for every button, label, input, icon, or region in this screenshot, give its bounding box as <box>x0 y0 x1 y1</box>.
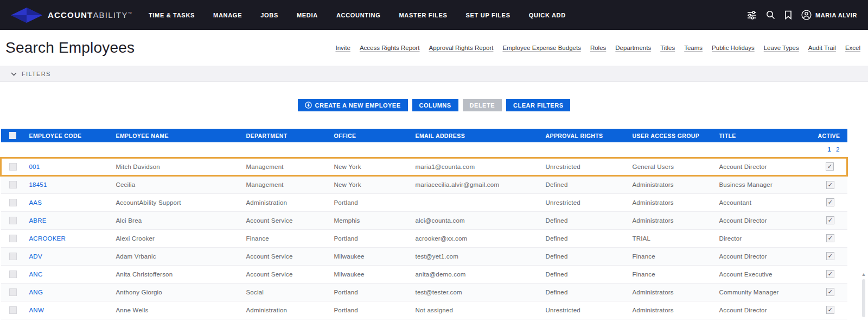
active-checkbox[interactable]: ✓ <box>826 252 834 260</box>
table-row[interactable]: ANC Anita Christofferson Account Service… <box>1 265 847 283</box>
nav-item-master-files[interactable]: MASTER FILES <box>399 12 447 18</box>
sliders-icon[interactable] <box>747 11 757 20</box>
approval-rights-cell: Defined <box>541 247 628 265</box>
quick-link-invite[interactable]: Invite <box>335 45 350 51</box>
row-checkbox[interactable] <box>9 306 17 314</box>
quick-link-titles[interactable]: Titles <box>660 45 675 51</box>
active-checkbox[interactable]: ✓ <box>826 198 834 206</box>
table-row[interactable]: ANG Anthony Giorgio Social Portland test… <box>1 283 847 301</box>
nav-item-set-up-files[interactable]: SET UP FILES <box>466 12 510 18</box>
create-employee-button[interactable]: CREATE A NEW EMPLOYEE <box>298 99 408 111</box>
employee-table: EMPLOYEE CODEEMPLOYEE NAMEDEPARTMENTOFFI… <box>0 129 868 319</box>
column-header-title[interactable]: TITLE <box>715 129 814 142</box>
quick-link-public-holidays[interactable]: Public Holidays <box>712 45 755 51</box>
scroll-up-arrow-icon[interactable]: ▲ <box>861 271 866 278</box>
employee-code-link[interactable]: 001 <box>29 163 40 170</box>
quick-link-teams[interactable]: Teams <box>684 45 703 51</box>
employee-code-link[interactable]: ABRE <box>29 217 47 224</box>
row-checkbox[interactable] <box>9 181 17 188</box>
nav-item-quick-add[interactable]: QUICK ADD <box>529 12 566 18</box>
department-cell: Account Service <box>242 265 330 283</box>
quick-link-leave-types[interactable]: Leave Types <box>764 45 799 51</box>
nav-right-controls: MARIA ALVIR <box>747 10 857 20</box>
pagination-page-1[interactable]: 1 <box>827 146 831 153</box>
quick-link-approval-rights-report[interactable]: Approval Rights Report <box>429 45 494 51</box>
filters-toggle[interactable]: FILTERS <box>0 66 868 82</box>
active-checkbox[interactable]: ✓ <box>826 234 834 242</box>
column-header-employee-code[interactable]: EMPLOYEE CODE <box>25 129 112 142</box>
table-row[interactable]: ACROOKER Alexi Crooker Finance Portland … <box>1 229 847 247</box>
columns-button[interactable]: COLUMNS <box>412 99 458 111</box>
quick-link-employee-expense-budgets[interactable]: Employee Expense Budgets <box>502 45 580 51</box>
active-checkbox[interactable]: ✓ <box>826 288 834 296</box>
employee-code-link[interactable]: AAS <box>29 199 42 206</box>
user-access-group-cell: Administrators <box>628 211 715 229</box>
row-checkbox[interactable] <box>9 288 17 296</box>
column-header-department[interactable]: DEPARTMENT <box>242 129 330 142</box>
table-row[interactable]: AAS AccountAbility Support Administratio… <box>1 193 847 211</box>
quick-link-access-rights-report[interactable]: Access Rights Report <box>360 45 420 51</box>
select-all-checkbox[interactable] <box>9 132 16 139</box>
employee-code-link[interactable]: ANW <box>29 307 44 313</box>
row-checkbox[interactable] <box>9 253 17 260</box>
column-header-email-address[interactable]: EMAIL ADDRESS <box>411 129 541 142</box>
delete-button[interactable]: DELETE <box>463 99 502 111</box>
department-cell: Account Service <box>242 247 330 265</box>
employee-code-link[interactable]: ADV <box>29 253 42 260</box>
active-checkbox[interactable]: ✓ <box>826 162 834 171</box>
row-checkbox[interactable] <box>9 217 17 224</box>
nav-item-time-tasks[interactable]: TIME & TASKS <box>149 12 195 18</box>
user-access-group-cell: Administrators <box>628 193 715 211</box>
nav-item-manage[interactable]: MANAGE <box>213 12 242 18</box>
employee-code-link[interactable]: ANG <box>29 289 43 295</box>
employee-code-link[interactable]: ANC <box>29 271 43 278</box>
quick-link-departments[interactable]: Departments <box>615 45 651 51</box>
employee-table-body: 001 Mitch Davidson Management New York m… <box>1 158 847 319</box>
table-row[interactable]: 001 Mitch Davidson Management New York m… <box>1 158 847 175</box>
approval-rights-cell: Unrestricted <box>541 193 628 211</box>
nav-item-accounting[interactable]: ACCOUNTING <box>336 12 381 18</box>
select-all-header <box>1 129 25 142</box>
plus-circle-icon <box>305 102 312 109</box>
quick-link-roles[interactable]: Roles <box>590 45 606 51</box>
quick-link-excel[interactable]: Excel <box>845 45 860 51</box>
top-navigation: ACCOUNTABILITY™ TIME & TASKSMANAGEJOBSME… <box>0 0 868 30</box>
active-checkbox[interactable]: ✓ <box>826 270 834 278</box>
diamond-logo-icon <box>11 8 42 23</box>
quick-link-audit-trail[interactable]: Audit Trail <box>808 45 836 51</box>
nav-item-jobs[interactable]: JOBS <box>260 12 278 18</box>
column-header-active[interactable]: ACTIVE <box>814 129 847 142</box>
row-checkbox[interactable] <box>9 163 17 171</box>
employee-name-cell: Alci Brea <box>112 211 242 229</box>
row-checkbox[interactable] <box>9 271 17 278</box>
office-cell: Portland <box>330 283 411 301</box>
active-checkbox[interactable]: ✓ <box>826 216 834 224</box>
bookmark-icon[interactable] <box>784 10 792 20</box>
table-row[interactable]: 18451 Cecilia Management New York mariac… <box>1 175 847 193</box>
row-checkbox[interactable] <box>9 199 17 206</box>
scrollbar-thumb[interactable] <box>862 279 865 317</box>
search-icon[interactable] <box>766 10 775 20</box>
table-scrollbar[interactable]: ▲ <box>859 271 868 327</box>
column-header-office[interactable]: OFFICE <box>330 129 411 142</box>
column-header-approval-rights[interactable]: APPROVAL RIGHTS <box>541 129 628 142</box>
brand-logo[interactable]: ACCOUNTABILITY™ <box>11 8 132 23</box>
employee-code-link[interactable]: ACROOKER <box>29 235 66 242</box>
user-icon <box>801 10 812 20</box>
active-checkbox[interactable]: ✓ <box>826 306 834 314</box>
clear-filters-button[interactable]: CLEAR FILTERS <box>506 99 570 111</box>
column-header-employee-name[interactable]: EMPLOYEE NAME <box>112 129 242 142</box>
table-row[interactable]: ADV Adam Vrbanic Account Service Milwauk… <box>1 247 847 265</box>
employee-code-link[interactable]: 18451 <box>29 181 47 188</box>
nav-items: TIME & TASKSMANAGEJOBSMEDIAACCOUNTINGMAS… <box>149 12 566 18</box>
user-menu[interactable]: MARIA ALVIR <box>801 10 857 20</box>
office-cell: Milwaukee <box>330 265 411 283</box>
pagination-page-2[interactable]: 2 <box>836 146 840 153</box>
table-row[interactable]: ABRE Alci Brea Account Service Memphis a… <box>1 211 847 229</box>
column-header-user-access-group[interactable]: USER ACCESS GROUP <box>628 129 715 142</box>
action-buttons: CREATE A NEW EMPLOYEE COLUMNS DELETE CLE… <box>0 99 868 111</box>
active-checkbox[interactable]: ✓ <box>826 181 834 189</box>
table-row[interactable]: ANW Anne Wells Administration Portland N… <box>1 301 847 319</box>
nav-item-media[interactable]: MEDIA <box>297 12 318 18</box>
row-checkbox[interactable] <box>9 235 17 242</box>
